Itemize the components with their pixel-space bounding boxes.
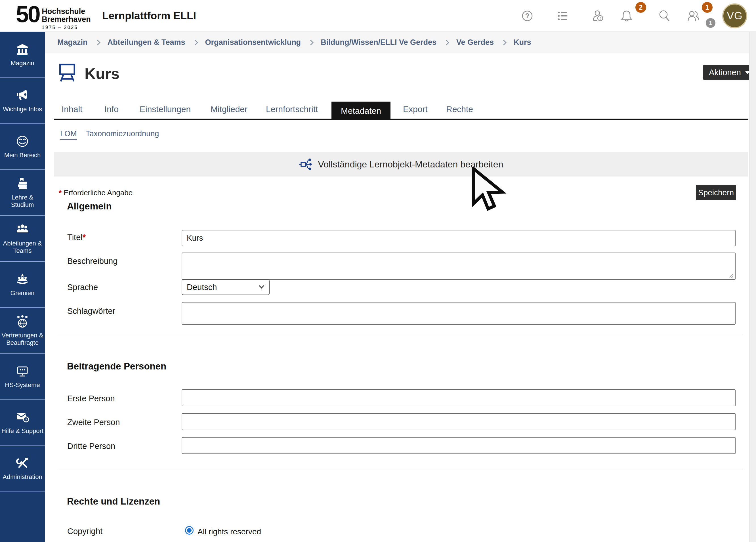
keywords-field-label: Schlagwörter — [67, 306, 115, 316]
chevron-right-icon — [95, 40, 100, 45]
users-icon — [687, 9, 700, 23]
monitor-icon — [16, 364, 29, 378]
edit-full-metadata-label: Vollständige Lernobjekt-Metadaten bearbe… — [318, 159, 503, 170]
resize-grip-icon[interactable] — [729, 273, 734, 278]
first-person-input[interactable] — [182, 389, 736, 406]
university-logo[interactable]: 50 Hochschule Bremerhaven 1975 – 2025 — [16, 2, 91, 30]
search-icon — [658, 9, 671, 23]
breadcrumb-item[interactable]: Abteilungen & Teams — [108, 38, 185, 47]
tab-export[interactable]: Export — [403, 104, 428, 114]
required-note: * Erforderliche Angabe — [59, 188, 133, 197]
committee-icon — [16, 272, 29, 286]
breadcrumb-item-current[interactable]: Kurs — [514, 38, 531, 47]
breadcrumb-item[interactable]: Bildung/Wissen/ELLI Ve Gerdes — [321, 38, 436, 47]
sidebar-item-hs-systeme[interactable]: HS-Systeme — [0, 354, 45, 400]
section-heading-allgemein: Allgemein — [67, 201, 112, 212]
copyright-option-label: All rights reserved — [198, 527, 261, 536]
section-divider — [59, 334, 743, 334]
tab-mitglieder[interactable]: Mitglieder — [211, 104, 247, 114]
sidebar-item-lehre-studium[interactable]: Lehre & Studium — [0, 170, 45, 216]
breadcrumb: Magazin Abteilungen & Teams Organisation… — [45, 32, 749, 53]
actions-button[interactable]: Aktionen — [703, 65, 756, 80]
description-textarea[interactable] — [182, 253, 736, 280]
help-icon: ? — [520, 9, 534, 23]
people-group-icon — [16, 223, 29, 236]
user-status-button[interactable] — [590, 8, 606, 24]
subtab-taxonomiezuordnung[interactable]: Taxonomiezuordnung — [86, 129, 159, 138]
bell-icon — [620, 9, 633, 23]
svg-text:?: ? — [25, 418, 27, 422]
mail-question-icon: ? — [16, 410, 29, 424]
sidebar-item-vertretungen[interactable]: Vertretungen & Beauftragte — [0, 308, 45, 354]
chevron-right-icon — [308, 40, 314, 45]
list-icon — [556, 9, 570, 23]
title-field-label: Titel* — [67, 233, 86, 242]
books-icon — [16, 177, 29, 190]
language-select[interactable]: Deutsch — [182, 279, 270, 295]
save-button[interactable]: Speichern — [696, 185, 736, 200]
megaphone-icon — [16, 89, 29, 102]
top-header: 50 Hochschule Bremerhaven 1975 – 2025 Le… — [0, 0, 756, 32]
sidebar-item-abteilungen-teams[interactable]: Abteilungen & Teams — [0, 216, 45, 262]
avatar[interactable]: VG — [722, 3, 747, 28]
sidebar-item-hilfe-support[interactable]: ? Hilfe & Support — [0, 400, 45, 446]
app-title: Lernplattform ELLI — [102, 0, 196, 32]
user-alert-icon — [591, 9, 605, 23]
contacts-badge-secondary: 1 — [706, 18, 715, 28]
tab-einstellungen[interactable]: Einstellungen — [140, 104, 191, 114]
edit-full-metadata-banner[interactable]: Vollständige Lernobjekt-Metadaten bearbe… — [54, 152, 748, 177]
scrollbar-track[interactable] — [749, 32, 756, 542]
globe-people-icon — [16, 315, 29, 328]
description-field-label: Beschreibung — [67, 257, 117, 266]
breadcrumb-item[interactable]: Magazin — [57, 38, 88, 47]
sidebar-item-wichtige-infos[interactable]: Wichtige Infos — [0, 78, 45, 124]
contacts-badge: 1 — [702, 2, 713, 13]
language-select-wrap: Deutsch — [182, 279, 270, 295]
smiley-icon — [16, 135, 29, 148]
tab-underline — [54, 119, 748, 120]
course-easel-icon — [58, 63, 76, 83]
keywords-input[interactable] — [182, 302, 736, 325]
contacts-button[interactable] — [686, 8, 702, 24]
sidebar-item-magazin[interactable]: Magazin — [0, 32, 45, 78]
svg-text:?: ? — [525, 12, 530, 20]
bank-icon — [16, 43, 29, 56]
logo-50-mark: 50 — [16, 2, 39, 26]
first-person-label: Erste Person — [67, 394, 115, 403]
title-input[interactable] — [182, 230, 736, 246]
third-person-label: Dritte Person — [67, 442, 115, 451]
main-menu-button[interactable] — [555, 8, 571, 24]
tools-icon — [16, 456, 29, 470]
tab-inhalt[interactable]: Inhalt — [62, 104, 82, 114]
tab-lernfortschritt[interactable]: Lernfortschritt — [266, 104, 318, 114]
search-button[interactable] — [657, 8, 673, 24]
tab-info[interactable]: Info — [104, 104, 119, 114]
page-title: Kurs — [85, 65, 119, 82]
chevron-right-icon — [501, 40, 507, 45]
subtab-lom[interactable]: LOM — [60, 129, 77, 140]
section-heading-beitragende: Beitragende Personen — [67, 361, 166, 372]
second-person-label: Zweite Person — [67, 418, 120, 427]
section-divider — [59, 469, 743, 469]
section-heading-rechte: Rechte und Lizenzen — [67, 496, 160, 507]
second-person-input[interactable] — [182, 413, 736, 430]
chevron-right-icon — [192, 40, 198, 45]
chevron-right-icon — [444, 40, 449, 45]
tab-metadaten-active[interactable]: Metadaten — [331, 102, 390, 120]
copyright-label: Copyright — [67, 527, 102, 536]
breadcrumb-item[interactable]: Organisationsentwicklung — [205, 38, 301, 47]
third-person-input[interactable] — [182, 437, 736, 454]
notifications-button[interactable] — [619, 8, 635, 24]
metadata-tree-icon — [299, 157, 312, 171]
language-field-label: Sprache — [67, 283, 98, 292]
sidebar-item-mein-bereich[interactable]: Mein Bereich — [0, 124, 45, 170]
notifications-badge: 2 — [635, 2, 646, 13]
tab-rechte[interactable]: Rechte — [446, 104, 473, 114]
logo-text: Hochschule Bremerhaven 1975 – 2025 — [42, 7, 91, 30]
sidebar-item-gremien[interactable]: Gremien — [0, 262, 45, 308]
help-button[interactable]: ? — [519, 8, 535, 24]
copyright-radio-all-rights[interactable] — [185, 526, 194, 535]
sidebar-item-administration[interactable]: Administration — [0, 446, 45, 491]
breadcrumb-item[interactable]: Ve Gerdes — [456, 38, 494, 47]
main-sidebar: Magazin Wichtige Infos Mein Bereich Lehr… — [0, 32, 45, 542]
